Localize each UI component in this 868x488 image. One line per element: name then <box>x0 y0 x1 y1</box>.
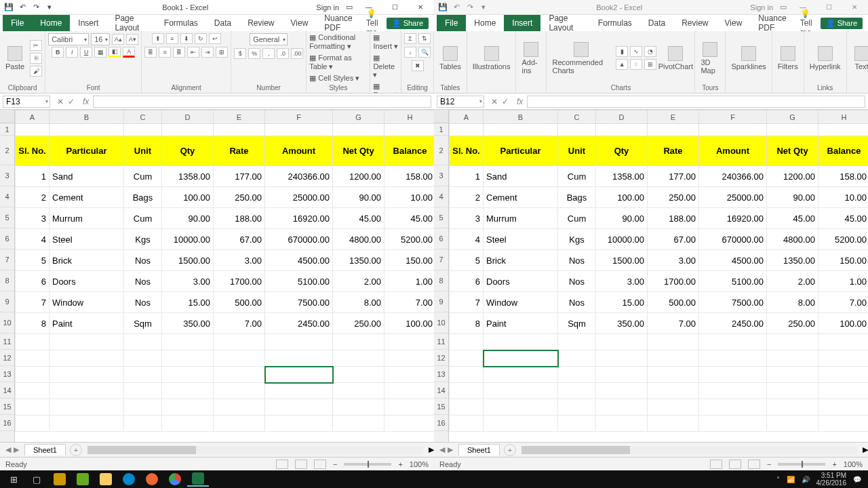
cell[interactable]: 5 <box>16 250 50 271</box>
wrap-text-icon[interactable]: ↩ <box>209 33 221 44</box>
cell[interactable] <box>596 383 648 399</box>
cell[interactable] <box>558 350 596 367</box>
cell[interactable]: Brick <box>50 250 124 271</box>
cell[interactable] <box>699 367 767 383</box>
qat-dropdown-icon[interactable]: ▾ <box>479 3 488 12</box>
header-cell[interactable]: Particular <box>50 136 124 166</box>
cell[interactable]: 150.00 <box>818 250 869 271</box>
normal-view-icon[interactable] <box>276 460 288 469</box>
combo-chart-icon[interactable]: ⊞ <box>644 59 656 70</box>
cell[interactable] <box>214 124 265 136</box>
cell[interactable]: 4 <box>16 229 50 250</box>
cell[interactable]: 1200.00 <box>333 166 384 187</box>
cell[interactable] <box>596 350 648 367</box>
tab-file[interactable]: File <box>437 15 466 31</box>
cell[interactable]: 3.00 <box>162 271 214 292</box>
select-all-corner[interactable] <box>0 110 14 123</box>
number-format-select[interactable]: General <box>250 33 288 45</box>
row-header[interactable]: 9 <box>434 291 448 312</box>
cell[interactable] <box>265 399 333 415</box>
cell[interactable] <box>648 383 699 399</box>
cell[interactable] <box>50 399 124 415</box>
cell[interactable]: 10000.00 <box>162 229 214 250</box>
cell[interactable]: 6 <box>16 271 50 292</box>
cell[interactable] <box>265 124 333 136</box>
prev-sheet-icon[interactable]: ◀ <box>5 445 11 454</box>
cell[interactable]: 1 <box>16 166 50 187</box>
cancel-icon[interactable]: ✕ <box>57 97 64 106</box>
align-center-icon[interactable]: ≡ <box>159 47 171 58</box>
name-box[interactable]: B12 <box>437 96 484 108</box>
col-header[interactable]: H <box>818 110 869 124</box>
signin-link[interactable]: Sign in <box>316 3 339 12</box>
clear-icon[interactable]: ✖ <box>412 60 424 71</box>
cell[interactable]: 1500.00 <box>596 250 648 271</box>
cell[interactable]: 45.00 <box>333 208 384 229</box>
cell[interactable] <box>818 367 869 383</box>
cell[interactable] <box>162 350 214 367</box>
cell[interactable]: 1358.00 <box>596 166 648 187</box>
cell[interactable] <box>818 334 869 350</box>
cell[interactable] <box>384 383 435 399</box>
align-left-icon[interactable]: ≣ <box>144 47 157 58</box>
tab-nuance[interactable]: Nuance PDF <box>750 15 800 31</box>
row-header[interactable]: 16 <box>434 415 448 431</box>
cell[interactable]: 1 <box>450 166 484 187</box>
worksheet-grid-left[interactable]: 1 2 3 4 5 6 7 8 9 10 11 12 13 14 15 16 A… <box>0 110 434 442</box>
save-icon[interactable]: 💾 <box>438 3 448 12</box>
cell[interactable]: Window <box>50 292 124 313</box>
cell[interactable] <box>124 350 162 367</box>
zoom-slider[interactable] <box>344 463 391 466</box>
row-header[interactable]: 15 <box>0 399 14 415</box>
tab-review[interactable]: Review <box>673 15 716 31</box>
addins-button[interactable]: Add-ins <box>519 41 543 76</box>
header-cell[interactable]: Sl. No. <box>16 136 50 166</box>
app-icon[interactable] <box>72 472 94 487</box>
tables-button[interactable]: Tables <box>437 45 464 72</box>
zoom-out-icon[interactable]: − <box>333 460 337 468</box>
cell[interactable]: 3.00 <box>596 271 648 292</box>
cell[interactable] <box>484 383 558 399</box>
network-icon[interactable]: 📶 <box>787 476 795 483</box>
cell[interactable]: 7.00 <box>384 292 435 313</box>
cell[interactable]: 100.00 <box>384 313 435 334</box>
cell[interactable]: 4800.00 <box>767 229 818 250</box>
col-header[interactable]: C <box>124 110 162 124</box>
cell[interactable]: 45.00 <box>384 208 435 229</box>
cell[interactable] <box>450 124 484 136</box>
sheet-tab[interactable]: Sheet1 <box>24 444 66 455</box>
share-button[interactable]: 👤 Share <box>387 18 429 29</box>
cell[interactable]: 2450.00 <box>265 313 333 334</box>
autosum-icon[interactable]: Σ <box>404 33 416 44</box>
cell[interactable]: 67.00 <box>648 229 699 250</box>
cell[interactable]: 5200.00 <box>818 229 869 250</box>
enter-icon[interactable]: ✓ <box>68 97 75 106</box>
filters-button[interactable]: Filters <box>775 45 801 72</box>
cell[interactable] <box>265 415 333 432</box>
zoom-level[interactable]: 100% <box>410 460 429 468</box>
format-cells-button[interactable]: ▦ Format ▾ <box>373 82 398 94</box>
italic-button[interactable]: I <box>66 47 78 58</box>
header-cell[interactable]: Net Qty <box>333 136 384 166</box>
cell[interactable]: 7 <box>16 292 50 313</box>
cell[interactable]: Doors <box>484 271 558 292</box>
cell[interactable] <box>648 334 699 350</box>
bar-chart-icon[interactable]: ▮ <box>616 46 628 57</box>
cell[interactable] <box>384 350 435 367</box>
prev-sheet-icon[interactable]: ◀ <box>439 445 445 454</box>
cell[interactable]: Cum <box>558 208 596 229</box>
cell[interactable]: Kgs <box>558 229 596 250</box>
cell[interactable] <box>648 124 699 136</box>
row-header[interactable]: 8 <box>434 270 448 291</box>
fx-icon[interactable]: fx <box>513 97 527 106</box>
zoom-out-icon[interactable]: − <box>767 460 771 468</box>
page-layout-view-icon[interactable] <box>729 460 741 469</box>
row-header[interactable]: 16 <box>0 415 14 431</box>
cell[interactable]: 250.00 <box>333 313 384 334</box>
cell[interactable]: 350.00 <box>162 313 214 334</box>
cell[interactable] <box>124 367 162 383</box>
cell[interactable] <box>384 124 435 136</box>
decrease-font-icon[interactable]: A▾ <box>126 34 138 45</box>
cell[interactable] <box>767 367 818 383</box>
cell[interactable] <box>484 399 558 415</box>
